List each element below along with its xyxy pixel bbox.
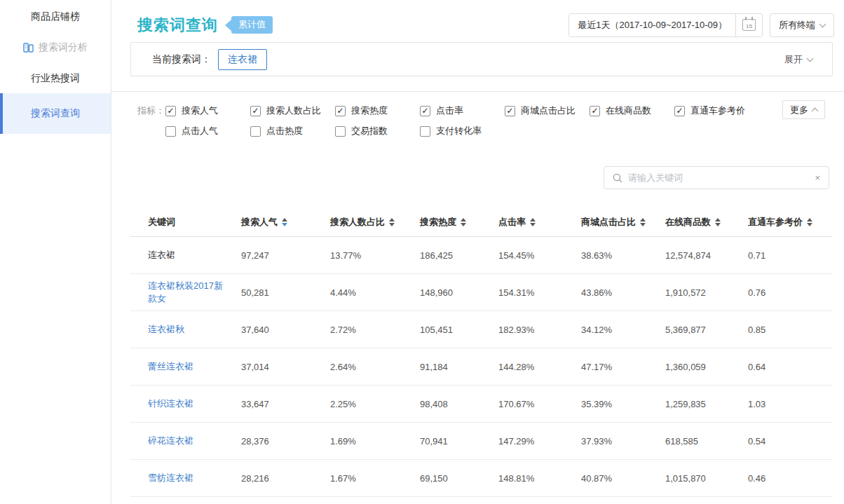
value-cell: 91,184: [402, 348, 481, 385]
value-cell: 34.12%: [564, 311, 648, 348]
column-header-在线商品数[interactable]: 在线商品数: [648, 207, 730, 236]
expand-toggle[interactable]: 展开: [784, 53, 812, 66]
more-label: 更多: [790, 104, 808, 116]
value-cell: 148,960: [402, 274, 481, 311]
column-header-label: 搜索人数占比: [330, 216, 385, 229]
value-cell: 0.76: [730, 274, 832, 311]
column-header-商城点击占比[interactable]: 商城点击占比: [564, 207, 648, 236]
value-cell: 38.63%: [564, 237, 648, 273]
keyword-cell[interactable]: 雪纺连衣裙: [130, 460, 224, 496]
sort-arrows-icon[interactable]: [461, 218, 466, 226]
indicator-checkbox-搜索热度[interactable]: ✓搜索热度: [335, 104, 420, 117]
sort-arrows-icon[interactable]: [640, 218, 646, 226]
date-range-button[interactable]: 最近1天（2017-10-09~2017-10-09）: [569, 14, 735, 36]
keyword-cell: 连衣裙: [130, 237, 224, 273]
value-cell: 37.93%: [564, 423, 648, 459]
indicator-checkbox-支付转化率[interactable]: 支付转化率: [420, 125, 505, 137]
table-row: 连衣裙秋37,6402.72%105,451182.93%34.12%5,369…: [130, 311, 832, 348]
sort-asc-icon: [282, 218, 287, 222]
sidebar-item-label: 行业热搜词: [31, 72, 80, 85]
column-header-label: 直通车参考价: [748, 216, 803, 229]
indicator-label: 商城点击占比: [521, 104, 576, 117]
column-header-label: 在线商品数: [665, 216, 711, 229]
sidebar-item-1[interactable]: 商品店铺榜: [0, 2, 111, 32]
column-header-直通车参考价[interactable]: 直通车参考价: [730, 207, 832, 236]
sidebar-item-3[interactable]: 行业热搜词: [0, 64, 111, 93]
date-range-group: 最近1天（2017-10-09~2017-10-09） 15: [569, 13, 763, 37]
keyword-cell[interactable]: 碎花连衣裙: [130, 423, 224, 459]
indicator-section: 指标： ✓搜索人气✓搜索人数占比✓搜索热度✓点击率✓商城点击占比✓在线商品数✓直…: [111, 92, 844, 137]
sort-arrows-icon[interactable]: [282, 218, 287, 226]
sort-arrows-icon[interactable]: [715, 218, 721, 226]
sidebar-item-4[interactable]: 搜索词查询: [0, 93, 111, 134]
calendar-button[interactable]: 15: [735, 14, 762, 36]
keyword-cell[interactable]: 针织连衣裙: [130, 386, 224, 422]
sort-desc-icon: [715, 223, 721, 226]
value-cell: 28,216: [224, 460, 313, 496]
column-header-点击率[interactable]: 点击率: [481, 207, 564, 236]
sort-asc-icon: [640, 218, 646, 222]
value-cell: 1,259,835: [648, 386, 730, 422]
indicator-checkbox-直通车参考价[interactable]: ✓直通车参考价: [674, 104, 759, 117]
indicator-checkbox-商城点击占比[interactable]: ✓商城点击占比: [505, 104, 590, 117]
value-cell: 170.67%: [481, 386, 564, 422]
unchecked-checkbox-icon[interactable]: [165, 126, 176, 137]
value-cell: 97,247: [224, 237, 313, 273]
indicator-label: 搜索热度: [351, 104, 388, 117]
terminal-filter-dropdown[interactable]: 所有终端: [770, 13, 834, 37]
column-header-搜索人数占比[interactable]: 搜索人数占比: [313, 207, 402, 236]
expand-label: 展开: [784, 53, 803, 66]
keyword-cell[interactable]: 连衣裙秋: [130, 311, 224, 348]
sort-arrows-icon[interactable]: [530, 218, 536, 226]
clear-search-icon[interactable]: ×: [815, 172, 820, 183]
checked-checkbox-icon[interactable]: ✓: [505, 106, 515, 116]
sort-asc-icon: [715, 218, 721, 222]
value-cell: 618,585: [648, 423, 730, 459]
indicator-checkbox-搜索人气[interactable]: ✓搜索人气: [165, 104, 250, 117]
indicator-checkbox-交易指数[interactable]: 交易指数: [335, 125, 420, 137]
unchecked-checkbox-icon[interactable]: [420, 126, 430, 137]
sidebar-item-2[interactable]: 搜索词分析: [0, 32, 111, 64]
sort-arrows-icon[interactable]: [389, 218, 395, 226]
indicator-checkbox-点击人气[interactable]: 点击人气: [165, 125, 250, 137]
indicator-label: 支付转化率: [436, 125, 482, 137]
column-header-label: 点击率: [498, 216, 526, 229]
value-cell: 37,014: [224, 348, 313, 385]
sort-desc-icon: [282, 223, 287, 226]
column-header-搜索热度[interactable]: 搜索热度: [402, 207, 481, 236]
value-cell: 2.25%: [313, 386, 402, 422]
indicator-checkbox-在线商品数[interactable]: ✓在线商品数: [590, 104, 674, 117]
column-header-搜索人气[interactable]: 搜索人气: [224, 207, 313, 236]
column-header-label: 商城点击占比: [581, 216, 636, 229]
unchecked-checkbox-icon[interactable]: [335, 126, 346, 137]
sort-arrows-icon[interactable]: [807, 218, 812, 226]
checked-checkbox-icon[interactable]: ✓: [335, 106, 346, 116]
ledger-icon: [23, 43, 34, 53]
value-cell: 148.81%: [481, 460, 564, 496]
checked-checkbox-icon[interactable]: ✓: [165, 106, 176, 116]
keyword-cell[interactable]: 连衣裙秋装2017新款女: [130, 274, 224, 311]
sort-desc-icon: [461, 223, 466, 226]
current-term-chip[interactable]: 连衣裙: [218, 49, 267, 70]
sort-desc-icon: [807, 223, 812, 226]
value-cell: 154.45%: [481, 237, 564, 273]
checked-checkbox-icon[interactable]: ✓: [674, 106, 685, 116]
keyword-search-input[interactable]: [628, 172, 809, 183]
indicator-checkbox-点击热度[interactable]: 点击热度: [250, 125, 335, 137]
indicator-label: 在线商品数: [606, 104, 651, 117]
chevron-down-icon: [819, 20, 826, 27]
checked-checkbox-icon[interactable]: ✓: [590, 106, 600, 116]
keyword-cell[interactable]: 蕾丝连衣裙: [130, 348, 224, 385]
calendar-icon: 15: [742, 19, 756, 31]
indicator-checkbox-点击率[interactable]: ✓点击率: [420, 104, 505, 117]
more-indicators-button[interactable]: 更多: [782, 100, 825, 119]
checked-checkbox-icon[interactable]: ✓: [250, 106, 261, 116]
unchecked-checkbox-icon[interactable]: [250, 126, 261, 137]
checked-checkbox-icon[interactable]: ✓: [420, 106, 430, 116]
value-cell: 0.71: [730, 237, 832, 273]
value-cell: 69,150: [402, 460, 481, 496]
value-cell: 147.29%: [481, 423, 564, 459]
indicator-checkbox-搜索人数占比[interactable]: ✓搜索人数占比: [250, 104, 335, 117]
sidebar-item-label: 搜索词查询: [31, 107, 80, 120]
value-cell: 1,910,572: [648, 274, 730, 311]
